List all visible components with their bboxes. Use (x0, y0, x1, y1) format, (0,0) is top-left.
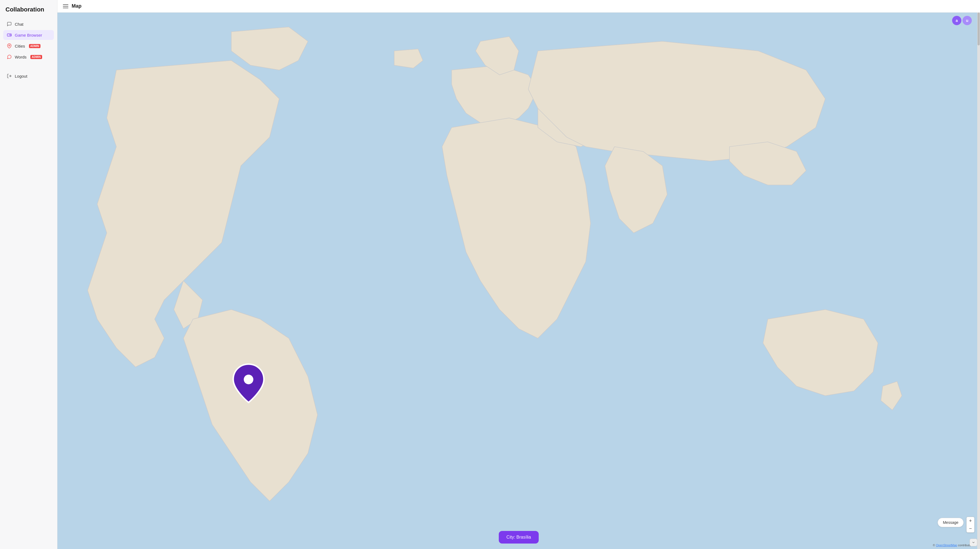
logout-label: Logout (15, 74, 27, 78)
map-attribution: © OpenStreetMap contributors. (933, 544, 975, 547)
sidebar-item-game-browser-label: Game Browser (15, 33, 42, 37)
sidebar-item-words-label: Words (15, 55, 27, 59)
topbar: Map (57, 0, 980, 13)
map-scrollbar-thumb[interactable] (978, 13, 980, 45)
main-content: Map (57, 0, 980, 549)
avatar-u[interactable]: u (963, 16, 972, 25)
comment-icon (6, 54, 12, 60)
tray-icon[interactable] (970, 539, 977, 546)
attribution-link[interactable]: OpenStreetMap (936, 544, 957, 547)
hamburger-menu[interactable] (63, 4, 68, 8)
map-scrollbar[interactable] (977, 13, 980, 549)
sidebar-item-words[interactable]: Words ADMIN (3, 52, 54, 62)
zoom-controls: + − (966, 517, 975, 533)
zoom-out-button[interactable]: − (967, 525, 974, 532)
svg-point-8 (243, 375, 253, 384)
message-button[interactable]: Message (938, 518, 964, 527)
chat-icon (6, 21, 12, 27)
cities-admin-badge: ADMIN (29, 44, 41, 48)
user-avatars: a u (952, 16, 972, 25)
sidebar-item-chat[interactable]: Chat (3, 19, 54, 29)
app-title: Collaboration (3, 5, 54, 18)
sidebar-item-game-browser[interactable]: Game Browser (3, 30, 54, 40)
avatar-a[interactable]: a (952, 16, 961, 25)
logout-button[interactable]: Logout (3, 71, 54, 81)
sidebar-item-cities[interactable]: Cities ADMIN (3, 41, 54, 51)
svg-point-4 (11, 35, 11, 35)
page-title: Map (72, 3, 81, 9)
sidebar-item-chat-label: Chat (15, 22, 24, 27)
gamepad-icon (6, 32, 12, 38)
map-container[interactable]: a u City: Brasília + − © OpenStreetMap c… (57, 13, 980, 549)
svg-point-5 (9, 45, 10, 46)
pin-icon (6, 43, 12, 49)
sidebar: Collaboration Chat Game Browser (0, 0, 57, 549)
logout-icon (6, 73, 12, 79)
avatar-u-letter: u (966, 18, 969, 23)
sidebar-item-cities-label: Cities (15, 44, 25, 48)
avatar-a-letter: a (956, 18, 958, 23)
zoom-in-button[interactable]: + (967, 517, 974, 525)
words-admin-badge: ADMIN (30, 55, 42, 59)
